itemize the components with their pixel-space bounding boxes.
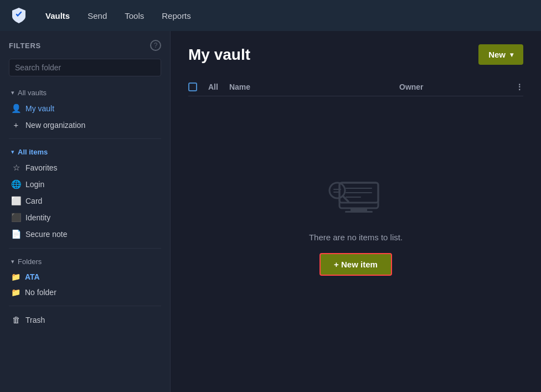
column-all-label[interactable]: All	[208, 82, 218, 91]
sidebar-item-my-vault[interactable]: 👤 My vault	[9, 100, 161, 117]
all-items-label: All items	[18, 148, 48, 156]
filters-title: FILTERS	[9, 42, 41, 50]
divider-2	[9, 248, 161, 249]
new-button-label: New	[488, 50, 506, 59]
folder-item-ata[interactable]: 📁 ATA ✏	[9, 269, 161, 285]
new-button[interactable]: New ▾	[478, 44, 523, 65]
sidebar-item-login[interactable]: 🌐 Login	[9, 176, 161, 193]
column-name-label: Name	[229, 82, 393, 91]
svg-rect-4	[345, 211, 373, 213]
new-org-label: New organization	[25, 121, 85, 130]
nav-reports[interactable]: Reports	[154, 7, 199, 25]
sidebar: FILTERS ? ▾ All vaults 👤 My vault + New …	[0, 31, 171, 392]
vaults-section: ▾ All vaults 👤 My vault + New organizati…	[9, 85, 161, 133]
search-folder-input[interactable]	[9, 59, 161, 76]
column-menu-icon[interactable]: ⋮	[506, 82, 523, 91]
folder-ata-label: ATA	[25, 272, 40, 281]
main-header: My vault New ▾	[188, 44, 523, 65]
folder-item-no-folder[interactable]: 📁 No folder	[9, 285, 161, 300]
divider-3	[9, 306, 161, 306]
svg-rect-3	[351, 208, 367, 211]
folder-icon-2: 📁	[11, 288, 20, 297]
card-icon: ⬜	[11, 196, 21, 206]
nav-tools[interactable]: Tools	[117, 7, 152, 25]
divider-1	[9, 138, 161, 139]
sidebar-item-secure-note[interactable]: 📄 Secure note	[9, 226, 161, 243]
page-title: My vault	[188, 46, 250, 64]
trash-label: Trash	[25, 316, 45, 324]
sidebar-item-new-org[interactable]: + New organization	[9, 117, 161, 133]
table-header: All Name Owner ⋮	[188, 78, 523, 96]
nav-send[interactable]: Send	[80, 7, 115, 25]
new-item-label: + New item	[334, 260, 378, 269]
empty-message: There are no items to list.	[309, 233, 403, 242]
plus-icon: +	[11, 120, 21, 130]
new-item-button[interactable]: + New item	[320, 253, 392, 276]
folders-collapse[interactable]: ▾ Folders	[9, 254, 161, 269]
identity-label: Identity	[25, 213, 50, 222]
secure-note-label: Secure note	[25, 230, 68, 239]
column-owner-label: Owner	[399, 82, 499, 91]
column-checkbox[interactable]	[188, 82, 202, 91]
bitwarden-logo-icon	[9, 6, 29, 25]
select-all-checkbox[interactable]	[188, 82, 197, 91]
navbar: Vaults Send Tools Reports	[0, 0, 541, 31]
empty-state-icon	[323, 166, 389, 221]
new-button-chevron-icon: ▾	[510, 51, 513, 59]
all-vaults-collapse[interactable]: ▾ All vaults	[9, 85, 161, 100]
main-content: My vault New ▾ All Name Owner ⋮	[171, 31, 541, 392]
note-icon: 📄	[11, 229, 21, 239]
all-items-collapse[interactable]: ▾ All items	[9, 145, 161, 159]
favorites-label: Favorites	[25, 163, 58, 172]
sidebar-item-trash[interactable]: 🗑 Trash	[9, 312, 161, 328]
globe-icon: 🌐	[11, 179, 21, 189]
chevron-down-icon: ▾	[11, 89, 14, 96]
sidebar-item-identity[interactable]: ⬛ Identity	[9, 209, 161, 226]
all-vaults-label: All vaults	[18, 89, 47, 97]
svg-rect-1	[339, 183, 378, 208]
nav-vaults[interactable]: Vaults	[38, 7, 78, 25]
folders-section: ▾ Folders 📁 ATA ✏ 📁 No folder	[9, 254, 161, 300]
person-icon: 👤	[11, 104, 21, 114]
folder-icon: 📁	[11, 272, 20, 281]
no-folder-label: No folder	[25, 288, 56, 297]
card-label: Card	[25, 197, 42, 205]
sidebar-item-favorites[interactable]: ☆ Favorites	[9, 159, 161, 176]
nav-links: Vaults Send Tools Reports	[38, 7, 199, 25]
folders-label: Folders	[18, 257, 42, 266]
trash-icon: 🗑	[11, 315, 21, 324]
items-section: ▾ All items ☆ Favorites 🌐 Login ⬜ Card ⬛…	[9, 145, 161, 243]
identity-icon: ⬛	[11, 213, 21, 223]
filters-header: FILTERS ?	[9, 40, 161, 51]
my-vault-label: My vault	[25, 104, 54, 113]
app-layout: FILTERS ? ▾ All vaults 👤 My vault + New …	[0, 31, 541, 392]
help-icon[interactable]: ?	[150, 40, 161, 51]
star-icon: ☆	[11, 163, 21, 173]
chevron-down-icon-3: ▾	[11, 258, 14, 265]
login-label: Login	[25, 180, 44, 189]
empty-state: There are no items to list. + New item	[188, 96, 523, 379]
chevron-down-icon-2: ▾	[11, 148, 14, 156]
sidebar-item-card[interactable]: ⬜ Card	[9, 193, 161, 209]
